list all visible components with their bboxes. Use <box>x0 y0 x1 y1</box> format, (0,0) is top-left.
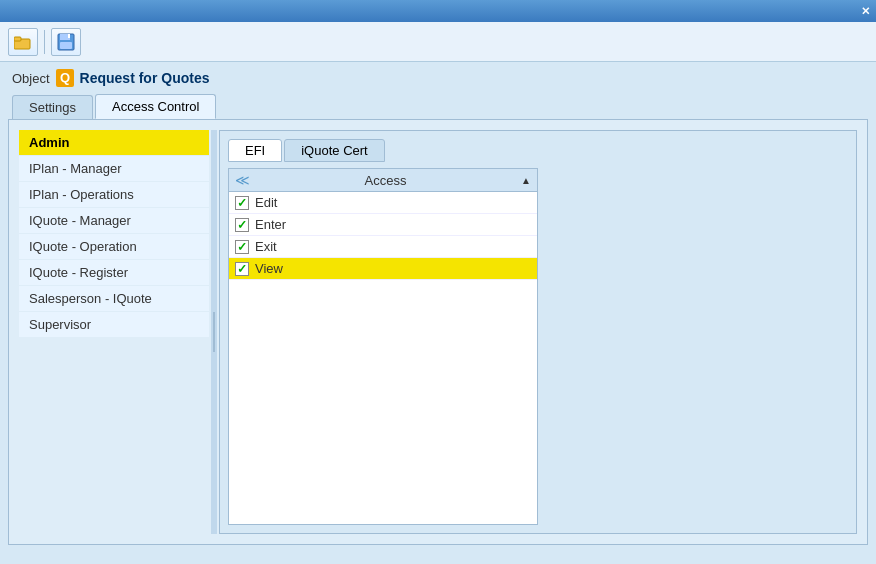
checkbox-enter[interactable]: ✓ <box>235 218 249 232</box>
checkbox-view[interactable]: ✓ <box>235 262 249 276</box>
access-label-enter: Enter <box>255 217 286 232</box>
access-table-header: ≪ Access ▲ <box>229 169 537 192</box>
access-row-enter[interactable]: ✓ Enter <box>229 214 537 236</box>
left-item-salesperson-iquote[interactable]: Salesperson - IQuote <box>19 286 209 311</box>
toolbar-separator <box>44 30 45 54</box>
svg-rect-4 <box>60 42 72 49</box>
object-label: Object <box>12 71 50 86</box>
svg-text:Q: Q <box>60 70 70 85</box>
checkmark-view: ✓ <box>237 263 247 275</box>
svg-rect-1 <box>14 37 21 41</box>
tab-settings[interactable]: Settings <box>12 95 93 119</box>
page-title: Request for Quotes <box>80 70 210 86</box>
main-content: Admin IPlan - Manager IPlan - Operations… <box>8 119 868 545</box>
left-item-iquote-operation[interactable]: IQuote - Operation <box>19 234 209 259</box>
checkbox-exit[interactable]: ✓ <box>235 240 249 254</box>
tabs-bar: Settings Access Control <box>0 94 876 119</box>
left-item-iquote-register[interactable]: IQuote - Register <box>19 260 209 285</box>
access-row-exit[interactable]: ✓ Exit <box>229 236 537 258</box>
toolbar <box>0 22 876 62</box>
svg-rect-5 <box>68 34 70 38</box>
save-button[interactable] <box>51 28 81 56</box>
left-item-iquote-manager[interactable]: IQuote - Manager <box>19 208 209 233</box>
checkbox-edit[interactable]: ✓ <box>235 196 249 210</box>
right-panel: EFI iQuote Cert ≪ Access ▲ ✓ Edit ✓ <box>219 130 857 534</box>
object-bar: Object Q Request for Quotes <box>0 62 876 94</box>
double-chevron-icon: ≪ <box>235 172 250 188</box>
panel-divider[interactable] <box>211 130 217 534</box>
close-button[interactable]: ✕ <box>861 5 870 18</box>
checkmark-edit: ✓ <box>237 197 247 209</box>
open-button[interactable] <box>8 28 38 56</box>
left-item-iplan-operations[interactable]: IPlan - Operations <box>19 182 209 207</box>
title-bar: ✕ <box>0 0 876 22</box>
left-item-iplan-manager[interactable]: IPlan - Manager <box>19 156 209 181</box>
sort-icon[interactable]: ▲ <box>521 175 531 186</box>
access-label-view: View <box>255 261 283 276</box>
inner-tab-efi[interactable]: EFI <box>228 139 282 162</box>
save-icon <box>57 33 75 51</box>
inner-tab-iquote-cert[interactable]: iQuote Cert <box>284 139 384 162</box>
object-icon: Q <box>56 69 74 87</box>
checkmark-enter: ✓ <box>237 219 247 231</box>
left-item-admin[interactable]: Admin <box>19 130 209 155</box>
access-row-edit[interactable]: ✓ Edit <box>229 192 537 214</box>
left-item-supervisor[interactable]: Supervisor <box>19 312 209 337</box>
checkmark-exit: ✓ <box>237 241 247 253</box>
open-icon <box>14 34 32 50</box>
left-panel: Admin IPlan - Manager IPlan - Operations… <box>19 130 209 534</box>
access-label-exit: Exit <box>255 239 277 254</box>
access-label-edit: Edit <box>255 195 277 210</box>
rfq-icon: Q <box>57 70 73 86</box>
access-column-header: Access <box>256 173 515 188</box>
inner-tabs: EFI iQuote Cert <box>228 139 848 162</box>
access-row-view[interactable]: ✓ View <box>229 258 537 280</box>
access-table: ≪ Access ▲ ✓ Edit ✓ Enter ✓ <box>228 168 538 525</box>
tab-access-control[interactable]: Access Control <box>95 94 216 119</box>
